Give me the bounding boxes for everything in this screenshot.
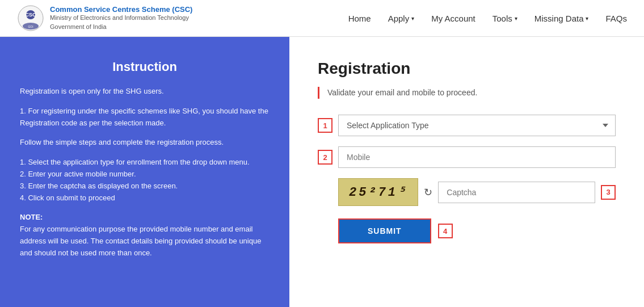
- note-text: For any communication purpose the provid…: [20, 225, 261, 257]
- step1-badge: 1: [318, 118, 332, 133]
- nav-home[interactable]: Home: [348, 14, 371, 23]
- step3-badge: 3: [601, 185, 616, 200]
- captcha-image: 25²71⁵: [338, 178, 418, 206]
- step4-badge: 4: [438, 224, 453, 238]
- main-content: Instruction Registration is open only fo…: [0, 37, 644, 307]
- mobile-input[interactable]: [338, 146, 616, 168]
- instruction-steps: 1. Select the application type for enrol…: [20, 157, 270, 204]
- nav-missing-data-arrow: ▾: [586, 15, 588, 22]
- nav-apply-label: Apply: [388, 14, 410, 23]
- captcha-text: 25²71⁵: [349, 186, 407, 200]
- application-type-select[interactable]: Select Application Type SHG: [338, 115, 616, 136]
- nav-tools-arrow: ▾: [515, 15, 517, 22]
- instruction-note: NOTE: For any communication purpose the …: [20, 212, 270, 259]
- nav-faqs[interactable]: FAQs: [605, 14, 627, 23]
- nav-tools-label: Tools: [493, 14, 512, 23]
- nav-tools[interactable]: Tools ▾: [493, 14, 517, 23]
- note-label: NOTE:: [20, 213, 43, 221]
- main-nav: Home Apply ▾ My Account Tools ▾ Missing …: [348, 14, 627, 23]
- instruction-para2: 1. For registering under the specific sc…: [20, 106, 270, 129]
- nav-missing-data-label: Missing Data: [534, 14, 584, 23]
- left-panel: Instruction Registration is open only fo…: [0, 37, 289, 307]
- submit-button[interactable]: SUBMIT: [338, 218, 431, 243]
- refresh-icon: ↻: [424, 187, 432, 198]
- refresh-captcha-button[interactable]: ↻: [424, 186, 432, 199]
- nav-apply[interactable]: Apply ▾: [388, 14, 415, 23]
- logo-title: Common Service Centres Scheme (CSC): [50, 5, 192, 14]
- emblem-icon: CSC GOI: [17, 5, 44, 32]
- header: CSC GOI Common Service Centres Scheme (C…: [0, 0, 644, 37]
- svg-text:CSC: CSC: [25, 12, 36, 18]
- captcha-input[interactable]: [438, 182, 595, 203]
- nav-my-account[interactable]: My Account: [431, 14, 475, 23]
- right-panel: Registration Validate your email and mob…: [289, 37, 644, 307]
- logo: CSC GOI Common Service Centres Scheme (C…: [17, 5, 192, 32]
- submit-row: SUBMIT 4: [338, 218, 616, 243]
- logo-text: Common Service Centres Scheme (CSC) Mini…: [50, 5, 192, 31]
- svg-text:GOI: GOI: [28, 25, 33, 28]
- validate-subtitle: Validate your email and mobile to procee…: [318, 87, 616, 99]
- instruction-title: Instruction: [20, 60, 270, 74]
- instruction-para1: Registration is open only for the SHG us…: [20, 86, 270, 98]
- logo-subtitle-line2: Government of India: [50, 23, 192, 31]
- nav-apply-arrow: ▾: [411, 15, 414, 22]
- captcha-row: 25²71⁵ ↻ 3: [338, 178, 616, 206]
- step1-row: 1 Select Application Type SHG: [318, 115, 616, 136]
- nav-missing-data[interactable]: Missing Data ▾: [534, 14, 589, 23]
- step2-badge: 2: [318, 150, 332, 165]
- step2-row: 2: [318, 146, 616, 168]
- logo-subtitle-line1: Ministry of Electronics and Information …: [50, 14, 192, 22]
- registration-title: Registration: [318, 60, 616, 78]
- instruction-para3: Follow the simple steps and complete the…: [20, 137, 270, 149]
